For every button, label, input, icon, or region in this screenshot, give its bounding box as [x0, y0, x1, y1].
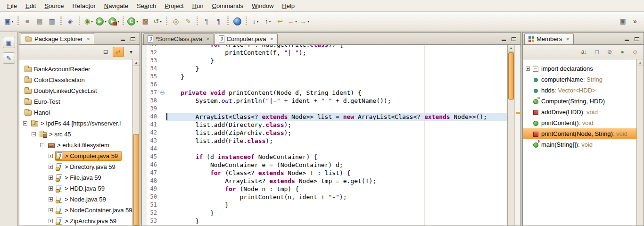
tree-expander-icon[interactable]: −: [32, 132, 36, 136]
code-line[interactable]: 40 ArrayList<Class<? extends Node>> list…: [142, 113, 507, 121]
maximize-button[interactable]: [510, 35, 518, 42]
tree-item[interactable]: ColorClassification: [19, 75, 132, 85]
scrollbar-up-arrow[interactable]: ▲: [637, 59, 644, 66]
code-line[interactable]: 31 for (File f : hdd.get(File.class)) {: [142, 45, 507, 49]
code-text[interactable]: if (d instanceof NodeContainer) {: [166, 153, 507, 161]
restore-views-button[interactable]: ▣: [3, 37, 15, 48]
code-line[interactable]: 32 printContent(f, "|-");: [142, 49, 507, 57]
tree-expander-icon[interactable]: +: [49, 176, 53, 180]
menu-source[interactable]: Source: [40, 0, 68, 11]
tree-item[interactable]: +> Directory.java 59: [19, 161, 132, 172]
code-text[interactable]: NodeContainer e = (NodeContainer) d;: [166, 161, 507, 169]
code-line[interactable]: 37 private void printContent(Node d, Str…: [142, 89, 507, 97]
tree-expander-icon[interactable]: +: [49, 208, 53, 212]
next-annotation-button[interactable]: ↓▾: [249, 15, 262, 28]
code-line[interactable]: 43 list.add(File.class);: [142, 137, 507, 145]
pin-editor-button[interactable]: ▣: [617, 15, 629, 28]
editor-tab[interactable]: *SomeClass.java✕: [143, 33, 214, 44]
tree-item[interactable]: +> File.java 59: [19, 172, 132, 183]
code-text[interactable]: [166, 81, 507, 89]
fast-view-button[interactable]: ✎: [3, 52, 15, 64]
member-item[interactable]: addDrive(HDD) : void: [523, 107, 636, 117]
code-line[interactable]: 46 NodeContainer e = (NodeContainer) d;: [142, 161, 507, 169]
open-type-button[interactable]: ◈: [64, 15, 76, 28]
code-line[interactable]: 42 list.add(ZipArchiv.class);: [142, 129, 507, 137]
code-text[interactable]: printContent(n, ident + "-");: [166, 193, 507, 201]
code-line[interactable]: 49 for (Node n : tmp) {: [142, 185, 507, 193]
menu-project[interactable]: Project: [160, 0, 188, 11]
members-tab[interactable]: Members ✕: [524, 33, 574, 44]
tree-item[interactable]: Hanoi: [19, 107, 132, 118]
hide-fields-button[interactable]: ◻: [591, 47, 603, 57]
debug-button[interactable]: ◉▾: [83, 15, 95, 28]
code-text[interactable]: }: [166, 217, 507, 225]
minimize-button[interactable]: [118, 35, 127, 42]
code-line[interactable]: 53 }: [142, 217, 507, 225]
tab-close-icon[interactable]: ✕: [206, 37, 210, 42]
link-with-editor-button[interactable]: ⇄: [113, 47, 124, 57]
minimize-button[interactable]: [499, 35, 508, 42]
menu-search[interactable]: Search: [132, 0, 160, 11]
member-item[interactable]: hdds : Vector<HDD>: [523, 85, 636, 96]
member-item[interactable]: +import declarations: [523, 63, 636, 74]
code-text[interactable]: list.add(ZipArchiv.class);: [166, 129, 507, 137]
new-button[interactable]: ▣▾: [3, 15, 15, 28]
mark-occurrences-button[interactable]: ✎: [182, 15, 194, 28]
code-line[interactable]: 41 list.add(Directory.class);: [142, 121, 507, 129]
menu-file[interactable]: File: [3, 0, 21, 11]
tree-expander-icon[interactable]: −: [23, 121, 27, 126]
tree-expander-icon[interactable]: −: [40, 143, 44, 147]
code-line[interactable]: 34 }: [142, 65, 507, 73]
code-text[interactable]: }: [166, 73, 507, 81]
save-all-button[interactable]: ▤: [33, 15, 46, 28]
code-line[interactable]: 39: [142, 105, 507, 113]
code-line[interactable]: 35 }: [142, 73, 507, 81]
overflow-chevron[interactable]: »: [629, 15, 641, 28]
members-scrollbar[interactable]: ▲: [636, 59, 644, 226]
code-line[interactable]: 50 printContent(n, ident + "-");: [142, 193, 507, 201]
search-button[interactable]: ◎: [170, 15, 182, 28]
tree-expander-icon[interactable]: +: [49, 219, 53, 223]
new-package-button[interactable]: ▩: [139, 15, 151, 28]
code-text[interactable]: printContent(f, "|-");: [166, 49, 507, 57]
hide-static-button[interactable]: ⊘: [604, 47, 615, 57]
code-text[interactable]: list.add(File.class);: [166, 137, 507, 145]
member-item[interactable]: main(String[]) : void: [523, 139, 636, 150]
menu-help[interactable]: Help: [278, 0, 299, 11]
tab-close-icon[interactable]: ✕: [270, 37, 273, 42]
code-text[interactable]: ArrayList<Class<? extends Node>> list = …: [166, 113, 507, 121]
code-text[interactable]: }: [166, 65, 507, 73]
save-button[interactable]: ■: [21, 15, 33, 28]
menu-edit[interactable]: Edit: [21, 0, 40, 11]
tree-item[interactable]: +> Computer.java 59: [19, 151, 132, 161]
tree-item[interactable]: −> src 45: [19, 129, 132, 140]
maximize-button[interactable]: [633, 35, 641, 42]
package-explorer-tab[interactable]: Package Explorer ✕: [21, 33, 94, 44]
member-expander-icon[interactable]: +: [526, 67, 530, 71]
code-text[interactable]: }: [166, 209, 507, 217]
member-item[interactable]: computerName : String: [523, 74, 636, 85]
format-button[interactable]: ¶: [213, 15, 225, 28]
tree-item[interactable]: +> NodeContainer.java 59: [19, 205, 132, 216]
tree-item[interactable]: −> edu.kit.filesystem: [19, 140, 132, 151]
code-line[interactable]: 48 ArrayList<? extends Node> tmp = e.get…: [142, 177, 507, 185]
tab-close-icon[interactable]: ✕: [566, 37, 570, 42]
menu-refactor[interactable]: Refactor: [68, 0, 100, 11]
overview-ruler[interactable]: [514, 45, 520, 226]
code-text[interactable]: [166, 105, 507, 113]
tree-expander-icon[interactable]: +: [49, 186, 53, 191]
previous-annotation-button[interactable]: ↑▾: [262, 15, 274, 28]
editor-tab[interactable]: Computer.java✕: [215, 33, 278, 44]
code-line[interactable]: 52 }: [142, 209, 507, 217]
code-text[interactable]: ArrayList<? extends Node> tmp = e.get(T)…: [166, 177, 507, 185]
last-edit-location-button[interactable]: ↩: [274, 15, 286, 28]
sort-members-button[interactable]: a↓: [578, 47, 590, 57]
menu-commands[interactable]: Commands: [208, 0, 248, 11]
code-line[interactable]: 36: [142, 81, 507, 89]
run-button[interactable]: ▾: [95, 15, 107, 28]
tree-expander-icon[interactable]: +: [49, 197, 53, 201]
tree-item[interactable]: DoublyLinkedCyclicList: [19, 85, 132, 96]
menu-window[interactable]: Window: [248, 0, 278, 11]
hide-nonpublic-button[interactable]: ●: [617, 47, 628, 57]
code-line[interactable]: 45 if (d instanceof NodeContainer) {: [142, 153, 507, 161]
